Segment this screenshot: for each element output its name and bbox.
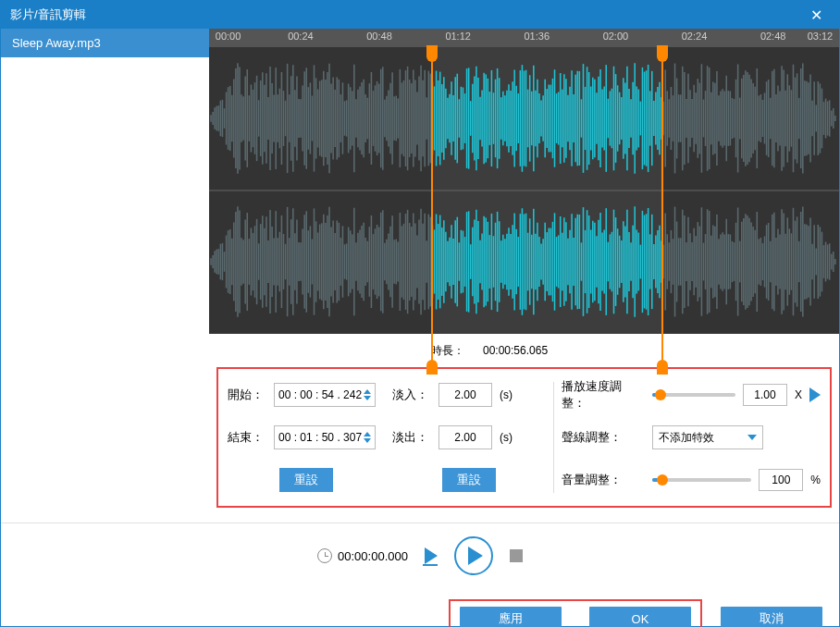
reset-fade-button[interactable]: 重設: [442, 468, 496, 492]
duration-value: 00:00:56.065: [483, 344, 548, 357]
volume-input[interactable]: [759, 469, 803, 491]
speed-label: 播放速度調整：: [562, 378, 645, 412]
ok-button[interactable]: OK: [589, 607, 691, 627]
end-time-input[interactable]: 00 : 01 : 50 . 307: [274, 425, 376, 449]
speed-suffix: X: [795, 388, 802, 401]
file-sidebar: Sleep Away.mp3: [1, 29, 209, 522]
fadein-suffix: (s): [500, 388, 513, 401]
chevron-down-icon: [747, 435, 757, 440]
selection-end-handle[interactable]: [661, 47, 663, 334]
spinner-icon[interactable]: [364, 432, 371, 443]
selection-start-handle[interactable]: [431, 47, 433, 334]
cancel-button[interactable]: 取消: [721, 607, 822, 627]
controls-panel: 開始： 00 : 00 : 54 . 242 結束： 00 : 01 : 50 …: [216, 367, 832, 508]
start-time-input[interactable]: 00 : 00 : 54 . 242: [274, 383, 376, 407]
volume-slider[interactable]: [652, 478, 751, 482]
ruler-tick: 00:48: [366, 31, 392, 42]
window-title: 影片/音訊剪輯: [10, 6, 802, 23]
playback-bar: 00:00:00.000: [1, 522, 839, 588]
footer: 應用 OK 取消: [1, 588, 839, 627]
stop-button[interactable]: [510, 549, 523, 562]
ruler-tick: 01:12: [445, 31, 471, 42]
duration-row: 時長： 00:00:56.065: [209, 334, 839, 367]
reset-time-button[interactable]: 重設: [279, 468, 333, 492]
duration-label: 時長：: [431, 343, 464, 359]
volume-label: 音量調整：: [562, 472, 645, 488]
speed-input[interactable]: [743, 384, 787, 406]
preview-speed-icon[interactable]: [809, 387, 821, 402]
start-label: 開始：: [228, 387, 266, 403]
play-icon: [468, 547, 483, 565]
volume-suffix: %: [810, 473, 821, 486]
clock-icon: [317, 548, 332, 563]
ruler-tick: 02:00: [603, 31, 629, 42]
jump-icon[interactable]: [425, 547, 438, 564]
sound-effect-select[interactable]: 不添加特效: [652, 425, 763, 449]
close-icon[interactable]: ✕: [802, 6, 830, 24]
editor-window: 影片/音訊剪輯 ✕ Sleep Away.mp3 00:00 00:24 00:…: [0, 0, 840, 627]
titlebar: 影片/音訊剪輯 ✕: [1, 1, 839, 29]
ruler-tick: 00:00: [216, 31, 241, 42]
sidebar-item-file[interactable]: Sleep Away.mp3: [1, 29, 209, 57]
waveform[interactable]: [209, 47, 839, 334]
spinner-icon[interactable]: [364, 389, 371, 400]
waveform-svg: [209, 47, 839, 334]
fadeout-suffix: (s): [500, 431, 513, 444]
action-highlight: 應用 OK: [449, 599, 702, 627]
ruler-tick: 01:36: [525, 31, 550, 42]
ruler-tick: 02:24: [682, 31, 708, 42]
speed-slider[interactable]: [652, 393, 735, 397]
time-ruler: 00:00 00:24 00:48 01:12 01:36 02:00 02:2…: [209, 29, 839, 47]
end-label: 結束：: [228, 429, 266, 446]
fadeout-input[interactable]: [439, 425, 492, 449]
fadein-input[interactable]: [439, 383, 492, 407]
fadein-label: 淡入：: [392, 387, 431, 403]
apply-button[interactable]: 應用: [460, 607, 562, 627]
ruler-tick: 03:12: [808, 31, 834, 42]
fadeout-label: 淡出：: [392, 429, 431, 446]
sound-label: 聲線調整：: [562, 429, 645, 446]
playback-time: 00:00:00.000: [338, 549, 408, 563]
play-button[interactable]: [454, 536, 493, 575]
ruler-tick: 02:48: [760, 31, 786, 42]
ruler-tick: 00:24: [288, 31, 314, 42]
